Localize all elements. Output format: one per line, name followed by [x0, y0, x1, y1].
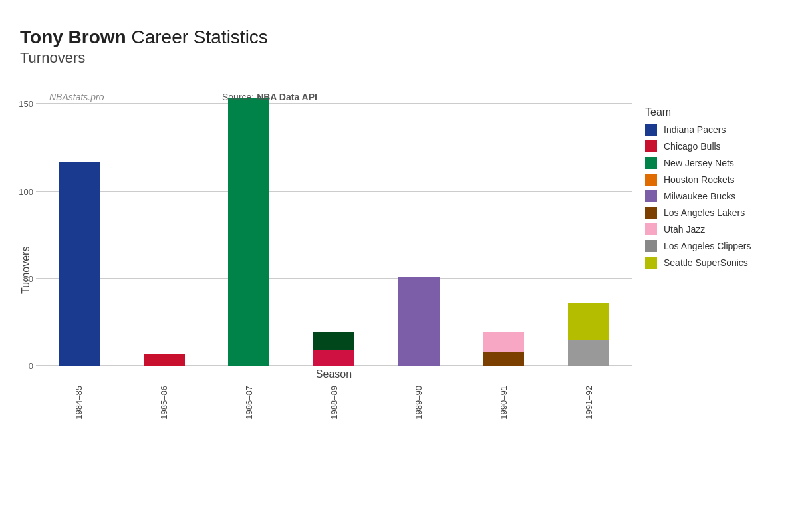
title-rest: Career Statistics: [126, 27, 268, 47]
bar-segment: [483, 352, 524, 366]
legend-title: Team: [645, 106, 778, 118]
x-label-item: 1991–92: [552, 380, 625, 420]
bar-group: [467, 332, 541, 366]
bar-segment: [313, 332, 354, 350]
bar-group: [382, 277, 456, 366]
legend-swatch: [645, 207, 657, 219]
chart-area: Turnovers NBAstats.pro Source: NBA Data …: [20, 73, 778, 434]
legend-item: Utah Jazz: [645, 223, 778, 235]
legend-item: Los Angeles Lakers: [645, 207, 778, 219]
legend-label: New Jersey Nets: [664, 158, 734, 168]
x-label-item: 1985–86: [128, 380, 201, 420]
legend-item: Milwaukee Bucks: [645, 190, 778, 202]
legend-swatch: [645, 190, 657, 202]
y-tick-label: 150: [11, 99, 33, 109]
legend-label: Indiana Pacers: [664, 124, 726, 135]
source-prefix: Source:: [222, 92, 257, 102]
chart-title: Tony Brown Career Statistics: [20, 27, 778, 48]
bar-segment: [568, 303, 609, 340]
y-tick-label: 0: [11, 361, 33, 371]
x-label-item: 1984–85: [43, 380, 116, 420]
title-block: Tony Brown Career Statistics Turnovers: [20, 27, 778, 66]
chart-inner: NBAstats.pro Source: NBA Data API 050100…: [36, 73, 632, 434]
x-labels: 1984–851985–861986–871988–891989–901990–…: [36, 380, 632, 434]
bar-group: [212, 98, 285, 366]
legend-swatch: [645, 124, 657, 136]
x-label-item: 1988–89: [297, 380, 370, 420]
legend-swatch: [645, 157, 657, 169]
y-tick-label: 100: [11, 186, 33, 196]
legend-item: Seattle SuperSonics: [645, 257, 778, 269]
bar-stack: [59, 162, 100, 366]
title-bold-part: Tony Brown: [20, 27, 126, 47]
legend-swatch: [645, 140, 657, 152]
legend-label: Milwaukee Bucks: [664, 191, 735, 201]
legend-label: Chicago Bulls: [664, 141, 721, 152]
bar-group: [43, 162, 116, 366]
bar-stack: [313, 332, 354, 366]
bar-segment: [228, 98, 269, 366]
x-label-text: 1989–90: [414, 386, 424, 420]
x-label-item: 1989–90: [382, 380, 456, 420]
watermark: NBAstats.pro: [49, 92, 104, 102]
grid-and-bars: 050100150: [36, 86, 632, 366]
x-label-text: 1985–86: [159, 386, 169, 420]
legend-item: Indiana Pacers: [645, 124, 778, 136]
bar-group: [552, 303, 625, 366]
chart-left: Turnovers NBAstats.pro Source: NBA Data …: [20, 73, 632, 434]
bar-stack: [228, 98, 269, 366]
source-bold: NBA Data API: [257, 92, 317, 102]
legend-swatch: [645, 174, 657, 186]
legend-item: Los Angeles Clippers: [645, 240, 778, 252]
legend-swatch: [645, 240, 657, 252]
bar-segment: [313, 350, 354, 366]
chart-subtitle: Turnovers: [20, 49, 778, 66]
bar-stack: [144, 354, 185, 366]
legend: Team Indiana PacersChicago BullsNew Jers…: [632, 73, 778, 434]
x-label-text: 1988–89: [329, 386, 339, 420]
bar-segment: [59, 162, 100, 366]
x-axis-title: Season: [36, 368, 632, 380]
bar-segment: [398, 277, 440, 366]
bar-group: [297, 332, 370, 366]
legend-swatch: [645, 257, 657, 269]
x-label-text: 1991–92: [584, 386, 594, 420]
x-label-item: 1990–91: [467, 380, 541, 420]
legend-item: Houston Rockets: [645, 174, 778, 186]
bar-segment: [483, 332, 524, 352]
y-tick-label: 50: [11, 273, 33, 283]
legend-item: Chicago Bulls: [645, 140, 778, 152]
legend-label: Los Angeles Clippers: [664, 241, 751, 251]
bar-segment: [144, 354, 185, 366]
x-label-item: 1986–87: [212, 380, 285, 420]
legend-item: New Jersey Nets: [645, 157, 778, 169]
legend-label: Seattle SuperSonics: [664, 257, 748, 268]
x-label-text: 1986–87: [244, 386, 254, 420]
legend-label: Los Angeles Lakers: [664, 207, 745, 218]
bars-row: [36, 86, 632, 366]
x-label-text: 1990–91: [499, 386, 509, 420]
bar-segment: [568, 340, 609, 366]
bar-stack: [483, 332, 524, 366]
bar-group: [128, 354, 201, 366]
y-axis-label: Turnovers: [20, 73, 32, 434]
legend-label: Utah Jazz: [664, 224, 705, 235]
source-text: Source: NBA Data API: [222, 92, 317, 102]
bar-stack: [398, 277, 440, 366]
x-label-text: 1984–85: [74, 386, 84, 420]
legend-label: Houston Rockets: [664, 174, 735, 185]
main-container: Tony Brown Career Statistics Turnovers T…: [0, 0, 798, 532]
bar-stack: [568, 303, 609, 366]
legend-swatch: [645, 223, 657, 235]
